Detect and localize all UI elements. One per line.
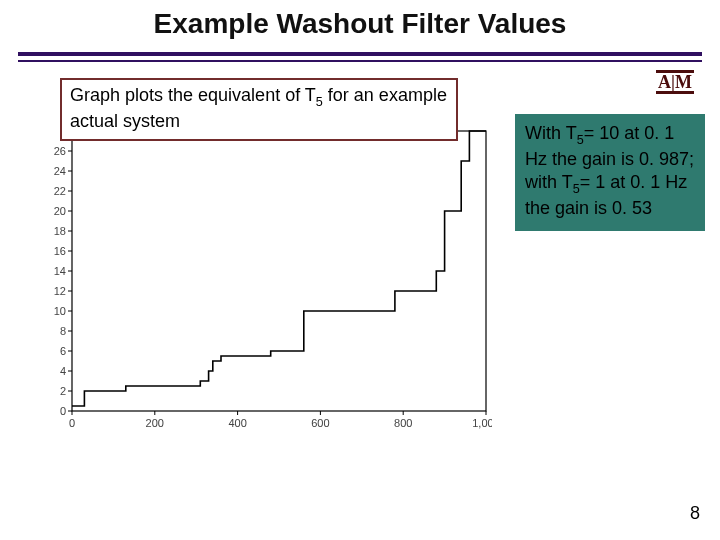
svg-text:26: 26: [54, 145, 66, 157]
side-note-box: With T5= 10 at 0. 1 Hz the gain is 0. 98…: [515, 114, 705, 231]
svg-text:10: 10: [54, 305, 66, 317]
side-note-seg-a: With T: [525, 123, 577, 143]
svg-rect-0: [72, 131, 486, 411]
svg-text:22: 22: [54, 185, 66, 197]
svg-text:24: 24: [54, 165, 66, 177]
svg-text:400: 400: [228, 417, 246, 429]
svg-text:20: 20: [54, 205, 66, 217]
caption-subscript: 5: [316, 95, 323, 109]
side-note-sub-b: 5: [573, 182, 580, 196]
caption-text-pre: Graph plots the equivalent of T: [70, 85, 316, 105]
tamu-logo: A|M: [654, 68, 696, 96]
title-rule-top: [18, 52, 702, 56]
svg-text:200: 200: [146, 417, 164, 429]
page-number: 8: [690, 503, 700, 524]
tamu-logo-mark: A|M: [656, 70, 694, 94]
svg-text:600: 600: [311, 417, 329, 429]
svg-text:0: 0: [60, 405, 66, 417]
svg-text:0: 0: [69, 417, 75, 429]
svg-text:14: 14: [54, 265, 66, 277]
svg-text:2: 2: [60, 385, 66, 397]
chart: 0246810121416182022242602004006008001,00…: [42, 125, 492, 435]
svg-text:18: 18: [54, 225, 66, 237]
chart-caption-box: Graph plots the equivalent of T5 for an …: [60, 78, 458, 141]
slide: Example Washout Filter Values A|M Graph …: [0, 0, 720, 540]
title-rule-bottom: [18, 60, 702, 62]
svg-text:12: 12: [54, 285, 66, 297]
svg-text:16: 16: [54, 245, 66, 257]
svg-text:4: 4: [60, 365, 66, 377]
svg-text:6: 6: [60, 345, 66, 357]
svg-text:800: 800: [394, 417, 412, 429]
chart-svg: 0246810121416182022242602004006008001,00…: [42, 125, 492, 435]
svg-text:8: 8: [60, 325, 66, 337]
page-title: Example Washout Filter Values: [0, 8, 720, 40]
side-note-sub-a: 5: [577, 133, 584, 147]
svg-text:1,000: 1,000: [472, 417, 492, 429]
